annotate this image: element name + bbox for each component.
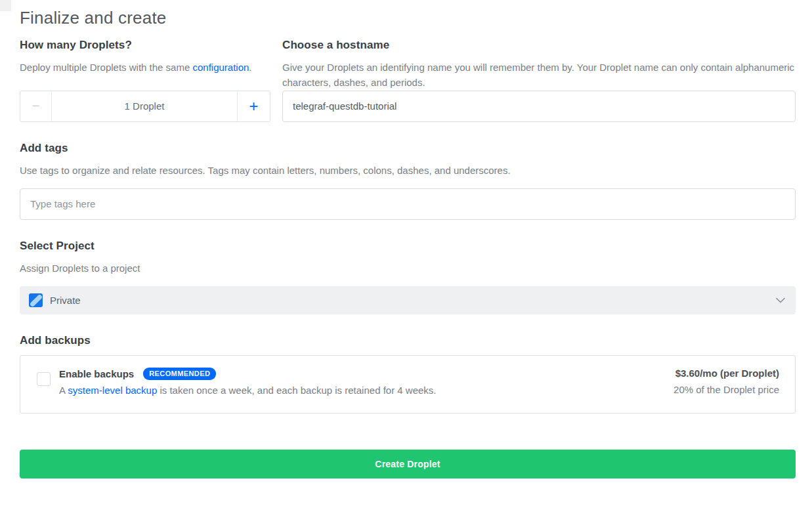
droplet-count-description-text: Deploy multiple Droplets with the same: [20, 62, 192, 73]
recommended-badge: RECOMMENDED: [143, 368, 216, 380]
droplet-count-heading: How many Droplets?: [20, 39, 270, 52]
increase-droplets-button[interactable]: +: [237, 91, 270, 121]
hostname-description: Give your Droplets an identifying name y…: [282, 60, 796, 91]
hostname-heading: Choose a hostname: [282, 39, 796, 52]
backups-section: Add backups Enable backups RECOMMENDED A…: [20, 334, 796, 414]
tags-description: Use tags to organize and relate resource…: [20, 163, 796, 178]
project-icon-stripe: [29, 293, 43, 307]
backups-description: A system-level backup is taken once a we…: [59, 385, 673, 396]
tags-section: Add tags Use tags to organize and relate…: [20, 142, 796, 220]
decrease-droplets-button[interactable]: −: [20, 91, 52, 121]
chevron-down-icon: [776, 297, 785, 303]
tags-input[interactable]: [20, 188, 796, 220]
droplet-count-description: Deploy multiple Droplets with the same c…: [20, 60, 270, 75]
finalize-and-create-panel: Finalize and create How many Droplets? D…: [0, 0, 812, 478]
backups-heading: Add backups: [20, 334, 796, 347]
project-section: Select Project Assign Droplets to a proj…: [20, 240, 796, 314]
backups-price: $3.60/mo (per Droplet): [673, 368, 779, 379]
project-heading: Select Project: [20, 240, 796, 253]
backups-text: Enable backups RECOMMENDED A system-leve…: [59, 368, 673, 396]
configuration-link[interactable]: configuration: [192, 62, 249, 73]
scroll-corner-artifact: [0, 0, 11, 11]
backups-description-before: A: [59, 385, 68, 396]
tags-heading: Add tags: [20, 142, 796, 155]
create-droplet-button[interactable]: Create Droplet: [20, 450, 796, 478]
top-row: How many Droplets? Deploy multiple Dropl…: [20, 39, 796, 122]
droplet-count-stepper: − 1 Droplet +: [20, 91, 270, 122]
backups-price-block: $3.60/mo (per Droplet) 20% of the Drople…: [673, 368, 779, 395]
droplet-count-description-period: .: [249, 62, 251, 73]
hostname-input[interactable]: [282, 91, 796, 122]
hostname-section: Choose a hostname Give your Droplets an …: [282, 39, 796, 122]
page-title: Finalize and create: [20, 8, 796, 28]
project-description: Assign Droplets to a project: [20, 261, 796, 276]
system-level-backup-link[interactable]: system-level backup: [68, 385, 157, 396]
enable-backups-label: Enable backups: [59, 368, 134, 379]
backups-card: Enable backups RECOMMENDED A system-leve…: [20, 355, 796, 414]
project-select[interactable]: Private: [20, 286, 796, 314]
enable-backups-checkbox[interactable]: [37, 372, 51, 386]
droplet-count-section: How many Droplets? Deploy multiple Dropl…: [20, 39, 270, 122]
backups-description-after: is taken once a week, and each backup is…: [157, 385, 436, 396]
project-icon: [29, 293, 43, 307]
backups-label-row: Enable backups RECOMMENDED: [59, 368, 673, 380]
project-selected-value: Private: [50, 295, 81, 306]
backups-price-note: 20% of the Droplet price: [673, 384, 779, 395]
droplet-count-value: 1 Droplet: [52, 91, 237, 121]
